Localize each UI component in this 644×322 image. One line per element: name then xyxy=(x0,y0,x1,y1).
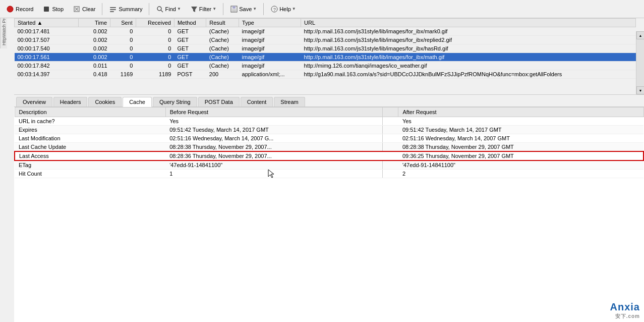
summary-label: Summary xyxy=(119,6,142,12)
help-icon: ? xyxy=(270,5,278,13)
table-row[interactable]: 00:00:17.8420.01100GET(Cache)image/gifht… xyxy=(15,62,636,70)
find-icon xyxy=(156,5,164,13)
sep4 xyxy=(263,3,264,15)
stop-icon xyxy=(42,5,50,13)
record-label: Record xyxy=(16,6,33,12)
save-label: Save xyxy=(239,6,252,12)
request-table: Started ▲ Time Sent Received Method Resu… xyxy=(14,18,636,79)
table-row[interactable]: 00:00:17.4810.00200GET(Cache)image/gifht… xyxy=(15,27,636,36)
save-icon xyxy=(230,5,238,13)
svg-line-9 xyxy=(161,10,163,12)
detail-body: URL in cache?YesYesExpires09:51:42 Tuesd… xyxy=(15,117,643,178)
tabs-bar: OverviewHeadersCookiesCacheQuery StringP… xyxy=(14,95,644,107)
col-url[interactable]: URL xyxy=(301,19,636,27)
scroll-track[interactable] xyxy=(636,39,644,86)
summary-button[interactable]: Summary xyxy=(105,3,146,15)
scroll-up-btn[interactable]: ▲ xyxy=(636,31,644,39)
help-button[interactable]: ? Help ▼ xyxy=(266,3,300,15)
filter-icon xyxy=(190,5,198,13)
summary-icon xyxy=(109,5,117,13)
tab-overview[interactable]: Overview xyxy=(16,97,52,106)
record-button[interactable]: Record xyxy=(2,3,37,15)
toolbar: Record Stop Clear Summary xyxy=(0,0,644,18)
svg-rect-1 xyxy=(44,7,49,12)
detail-area: Description Before Request After Request… xyxy=(14,107,644,322)
help-label: Help xyxy=(279,6,291,12)
svg-rect-7 xyxy=(110,11,114,12)
detail-col-before: Before Request xyxy=(165,108,382,117)
table-body: 00:00:17.4810.00200GET(Cache)image/gifht… xyxy=(15,27,636,79)
clear-label: Clear xyxy=(82,6,95,12)
save-button[interactable]: Save ▼ xyxy=(226,3,261,15)
clear-button[interactable]: Clear xyxy=(69,3,99,15)
stop-button[interactable]: Stop xyxy=(38,3,68,15)
save-dropdown-arrow: ▼ xyxy=(253,7,257,11)
filter-dropdown-arrow: ▼ xyxy=(212,7,216,11)
tab-headers[interactable]: Headers xyxy=(53,97,88,106)
detail-col-sep xyxy=(382,108,398,117)
table-row[interactable]: 00:00:17.5070.00200GET(Cache)image/gifht… xyxy=(15,36,636,44)
col-sent[interactable]: Sent xyxy=(110,19,136,27)
tab-cache[interactable]: Cache xyxy=(123,97,152,107)
detail-row: ETag'47edd-91-14841100"'47edd-91-1484110… xyxy=(15,160,643,170)
svg-rect-12 xyxy=(232,6,236,9)
main-scrollbar[interactable]: ▲ ▼ xyxy=(636,31,644,94)
app-window: Record Stop Clear Summary xyxy=(0,0,644,322)
circle-red-icon xyxy=(6,5,14,13)
svg-point-0 xyxy=(7,6,13,12)
svg-rect-5 xyxy=(110,7,116,8)
table-row[interactable]: 00:03:14.3970.41811691189POST200applicat… xyxy=(15,70,636,79)
detail-row: Last Cache Update08:28:38 Thursday, Nove… xyxy=(15,143,643,152)
svg-rect-6 xyxy=(110,9,116,10)
help-dropdown-arrow: ▼ xyxy=(292,7,296,11)
svg-point-8 xyxy=(157,7,161,11)
tab-stream[interactable]: Stream xyxy=(274,97,305,106)
tab-content[interactable]: Content xyxy=(241,97,273,106)
col-result[interactable]: Result xyxy=(206,19,239,27)
brand-sub: 安下.com xyxy=(610,313,640,320)
sep3 xyxy=(223,3,223,15)
clear-icon xyxy=(73,5,81,13)
sep1 xyxy=(102,3,102,15)
col-method[interactable]: Method xyxy=(174,19,206,27)
detail-row: Last Modification02:51:16 Wednesday, Mar… xyxy=(15,134,643,143)
col-received[interactable]: Received xyxy=(136,19,174,27)
brand: Anxia 安下.com xyxy=(610,301,640,320)
detail-row: Last Access08:28:36 Thursday, November 2… xyxy=(15,151,643,160)
side-label: HttpWatch Professional 4.2 xyxy=(0,18,7,48)
detail-col-after: After Request xyxy=(398,108,643,117)
detail-row: URL in cache?YesYes xyxy=(15,117,643,126)
col-time[interactable]: Time xyxy=(78,19,110,27)
tab-post-data[interactable]: POST Data xyxy=(198,97,240,106)
tab-cookies[interactable]: Cookies xyxy=(88,97,122,106)
table-row[interactable]: 00:00:17.5610.00200GET(Cache)image/gifht… xyxy=(15,53,636,62)
find-label: Find xyxy=(165,6,175,12)
sep2 xyxy=(149,3,149,15)
stop-label: Stop xyxy=(52,6,64,12)
filter-label: Filter xyxy=(199,6,211,12)
svg-rect-13 xyxy=(232,9,236,12)
svg-text:?: ? xyxy=(273,7,276,12)
detail-row: Hit Count12 xyxy=(15,170,643,178)
col-type[interactable]: Type xyxy=(239,19,301,27)
cache-detail-table: Description Before Request After Request… xyxy=(14,107,644,178)
filter-button[interactable]: Filter ▼ xyxy=(186,3,220,15)
detail-section: OverviewHeadersCookiesCacheQuery StringP… xyxy=(14,95,644,322)
detail-row: Expires09:51:42 Tuesday, March 14, 2017 … xyxy=(15,126,643,134)
find-dropdown-arrow: ▼ xyxy=(177,7,181,11)
tab-query-string[interactable]: Query String xyxy=(153,97,197,106)
find-button[interactable]: Find ▼ xyxy=(152,3,185,15)
brand-text: Anxia xyxy=(610,301,640,312)
scroll-down-btn[interactable]: ▼ xyxy=(636,86,644,94)
detail-col-description: Description xyxy=(15,108,165,117)
col-started[interactable]: Started ▲ xyxy=(15,19,79,27)
svg-marker-10 xyxy=(191,7,197,12)
table-row[interactable]: 00:00:17.5400.00200GET(Cache)image/gifht… xyxy=(15,44,636,53)
